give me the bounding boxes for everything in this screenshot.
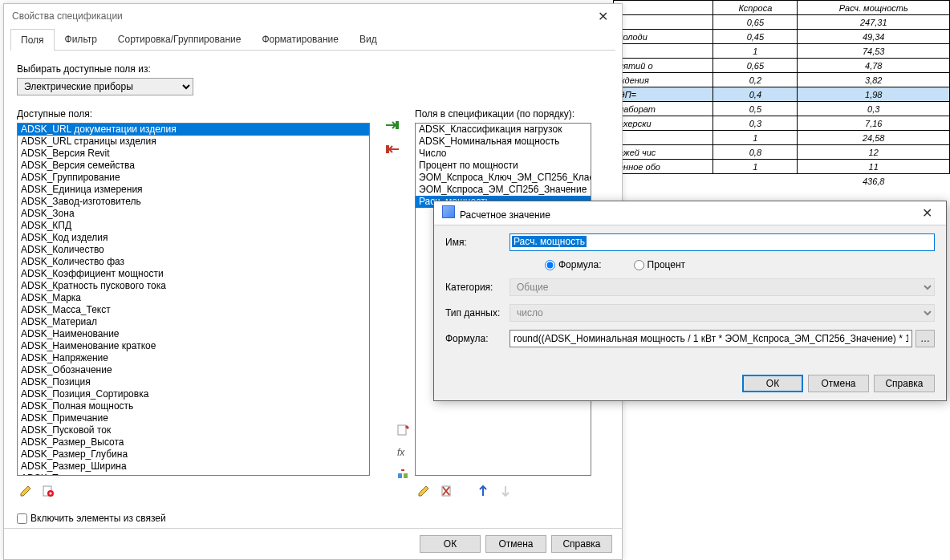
formula-label: Формула:: [445, 333, 510, 344]
new-param-icon[interactable]: [39, 482, 57, 500]
list-item[interactable]: ADSK_Номинальная мощность: [416, 136, 591, 148]
list-item[interactable]: ADSK_Ток: [18, 473, 369, 476]
list-item[interactable]: ADSK_КПД: [18, 220, 369, 232]
calculated-value-dialog: Расчетное значение ✕ Имя: Расч. мощность…: [433, 201, 947, 401]
list-item[interactable]: ADSK_Единица измерения: [18, 184, 369, 196]
available-fields-list[interactable]: ADSK_URL документации изделияADSK_URL ст…: [17, 123, 370, 476]
help-button[interactable]: Справка: [551, 535, 612, 553]
svg-rect-8: [404, 473, 408, 478]
available-fields-label: Доступные поля:: [17, 108, 370, 120]
list-item[interactable]: ADSK_Обозначение: [18, 364, 369, 376]
remove-field-icon[interactable]: [384, 140, 401, 158]
include-linked-checkbox[interactable]: Включить элементы из связей: [17, 513, 166, 524]
list-item[interactable]: ЭОМ_Кспроса_Ключ_ЭМ_СП256_Классиф: [416, 172, 591, 184]
list-item[interactable]: ADSK_Количество: [18, 244, 369, 256]
dialog-icon: [442, 205, 455, 218]
main-title: Свойства спецификации: [12, 10, 123, 22]
list-item[interactable]: Число: [416, 148, 591, 160]
close-icon[interactable]: ✕: [587, 6, 619, 26]
discipline-label: Выбирать доступные поля из:: [17, 63, 609, 75]
discipline-select[interactable]: Электрические приборы: [17, 78, 193, 95]
list-item[interactable]: ADSK_Напряжение: [18, 352, 369, 364]
list-item[interactable]: ADSK_Масса_Текст: [18, 304, 369, 316]
list-item[interactable]: ADSK_Версия семейства: [18, 160, 369, 172]
help-button[interactable]: Справка: [874, 375, 935, 392]
list-item[interactable]: ADSK_Зона: [18, 208, 369, 220]
tab-Вид[interactable]: Вид: [349, 28, 388, 50]
list-item[interactable]: ADSK_Примечание: [18, 412, 369, 424]
list-item[interactable]: ADSK_Завод-изготовитель: [18, 196, 369, 208]
add-field-icon[interactable]: [384, 116, 401, 134]
category-label: Категория:: [445, 282, 510, 293]
name-label: Имя:: [445, 237, 510, 248]
list-item[interactable]: ADSK_Коэффициент мощности: [18, 268, 369, 280]
combine-icon[interactable]: [394, 466, 412, 484]
sub-titlebar: Расчетное значение ✕: [434, 201, 946, 225]
category-select: Общие: [510, 278, 935, 296]
list-item[interactable]: ADSK_Размер_Ширина: [18, 461, 369, 473]
fx-icon[interactable]: fx: [394, 444, 412, 461]
background-schedule-table: КспросаРасч. мощность 0,65247,31холоди0,…: [613, 0, 950, 189]
list-item[interactable]: ADSK_Наименование: [18, 328, 369, 340]
svg-rect-3: [386, 145, 389, 153]
ok-button[interactable]: ОК: [742, 375, 803, 392]
main-footer: ОК Отмена Справка: [4, 528, 622, 559]
cancel-button[interactable]: Отмена: [485, 535, 546, 553]
list-item[interactable]: ADSK_Позиция: [18, 376, 369, 388]
tab-Форматирование[interactable]: Форматирование: [251, 28, 349, 50]
edit-icon[interactable]: [17, 482, 35, 500]
close-icon[interactable]: ✕: [911, 204, 943, 223]
add-calculated-icon[interactable]: [394, 421, 412, 439]
percent-radio[interactable]: Процент: [634, 259, 686, 270]
ok-button[interactable]: ОК: [420, 535, 481, 553]
cancel-button[interactable]: Отмена: [808, 375, 869, 392]
move-down-icon[interactable]: [497, 482, 514, 500]
tab-Поля[interactable]: Поля: [10, 29, 55, 51]
list-item[interactable]: ЭОМ_Кспроса_ЭМ_СП256_Значение: [416, 184, 591, 196]
svg-rect-7: [398, 473, 402, 478]
tab-Фильтр[interactable]: Фильтр: [55, 28, 108, 50]
list-item[interactable]: ADSK_Марка: [18, 292, 369, 304]
list-item[interactable]: ADSK_Классификация нагрузок: [416, 124, 591, 136]
tab-Сортировка/Группирование[interactable]: Сортировка/Группирование: [108, 28, 252, 50]
list-item[interactable]: ADSK_Кратность пускового тока: [18, 280, 369, 292]
list-item[interactable]: ADSK_Наименование краткое: [18, 340, 369, 352]
sub-footer: ОК Отмена Справка: [731, 367, 946, 400]
type-label: Тип данных:: [445, 307, 510, 319]
main-titlebar: Свойства спецификации ✕: [4, 4, 622, 28]
edit-field-icon[interactable]: [415, 482, 432, 500]
formula-input[interactable]: [510, 330, 912, 347]
list-item[interactable]: ADSK_Материал: [18, 316, 369, 328]
list-item[interactable]: ADSK_URL страницы изделия: [18, 136, 369, 148]
list-item[interactable]: ADSK_Полная мощность: [18, 400, 369, 412]
list-item[interactable]: ADSK_Пусковой ток: [18, 424, 369, 436]
list-item[interactable]: ADSK_Количество фаз: [18, 256, 369, 268]
list-item[interactable]: ADSK_Группирование: [18, 172, 369, 184]
name-field[interactable]: Расч. мощность: [510, 233, 935, 251]
list-item[interactable]: ADSK_URL документации изделия: [18, 124, 369, 136]
tabs: ПоляФильтрСортировка/ГруппированиеФормат…: [10, 28, 615, 51]
svg-text:fx: fx: [397, 447, 405, 458]
delete-field-icon[interactable]: [437, 482, 455, 500]
list-item[interactable]: ADSK_Размер_Глубина: [18, 448, 369, 461]
sub-title: Расчетное значение: [460, 209, 550, 221]
list-item[interactable]: ADSK_Размер_Высота: [18, 436, 369, 448]
list-item[interactable]: Процент по мощности: [416, 160, 591, 172]
type-select: число: [510, 304, 935, 322]
scheduled-fields-label: Поля в спецификации (по порядку):: [415, 108, 591, 120]
list-item[interactable]: ADSK_Код изделия: [18, 232, 369, 244]
svg-rect-5: [398, 425, 406, 435]
list-item[interactable]: ADSK_Позиция_Сортировка: [18, 388, 369, 400]
formula-browse-button[interactable]: …: [915, 330, 935, 347]
svg-rect-2: [396, 121, 399, 129]
list-item[interactable]: ADSK_Версия Revit: [18, 148, 369, 160]
formula-radio[interactable]: Формула:: [545, 259, 602, 270]
move-up-icon[interactable]: [474, 482, 492, 500]
